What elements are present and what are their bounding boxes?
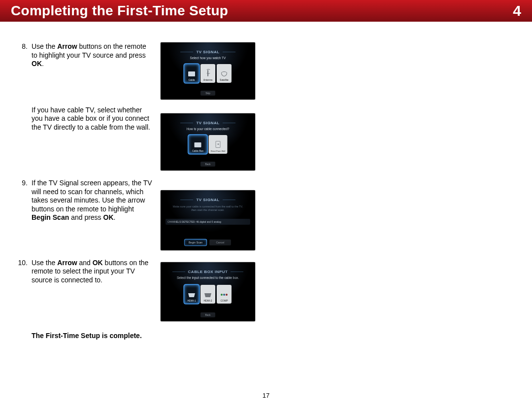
step-text: Use the Arrow buttons on the remote to h… <box>30 42 153 68</box>
step-number: 8. <box>18 42 30 68</box>
cable-connection-screenshot: TV SIGNAL How is your cable connected? C… <box>161 113 255 171</box>
skip-button: Skip <box>200 91 215 96</box>
chapter-number: 4 <box>513 2 521 19</box>
page-title: Completing the First-Time Setup <box>11 3 228 19</box>
screen-subtitle: Select the input connected to the cable … <box>161 276 255 279</box>
screen-title: TV SIGNAL <box>161 50 255 54</box>
channels-detected-bar: CHANNELS DETECTED: 46 digital and 0 anal… <box>166 219 250 225</box>
screenshot-column: TV SIGNAL Select how you watch TV Cable … <box>161 42 255 335</box>
screen-title: CABLE BOX INPUT <box>161 270 255 274</box>
option-comp: COMP <box>217 285 232 304</box>
step-text: If you have cable TV, select whether you… <box>30 106 153 132</box>
option-hdmi-2: HDMI-2 <box>200 285 215 304</box>
screen-subtitle: Make sure your cable is connected from t… <box>166 205 250 212</box>
cable-box-input-screenshot: CABLE BOX INPUT Select the input connect… <box>161 262 255 321</box>
cancel-button: Cancel <box>209 240 231 245</box>
step-number: 10. <box>18 259 30 285</box>
screen-subtitle: How is your cable connected? <box>161 127 255 131</box>
begin-scan-button: Begin Scan <box>185 240 206 245</box>
back-button: Back <box>200 312 215 317</box>
screen-title: TV SIGNAL <box>161 121 255 125</box>
option-satellite: Satellite <box>217 64 232 83</box>
option-cable: Cable <box>184 64 199 83</box>
step-number-blank <box>18 106 30 132</box>
screen-subtitle: Select how you watch TV <box>161 56 255 60</box>
option-antenna: Antenna <box>200 64 215 83</box>
step-number: 9. <box>18 179 30 222</box>
option-hdmi-1: HDMI-1 <box>184 285 199 304</box>
back-button: Back <box>200 162 215 167</box>
screen-title: TV SIGNAL <box>161 198 255 202</box>
chapter-header: Completing the First-Time Setup 4 <box>0 0 532 22</box>
option-cable-box: Cable Box <box>189 135 207 154</box>
channel-scan-screenshot: TV SIGNAL Make sure your cable is connec… <box>161 190 255 250</box>
step-text: Use the Arrow and OK buttons on the remo… <box>30 259 153 285</box>
step-text: If the TV Signal screen appears, the TV … <box>30 179 153 222</box>
tv-signal-source-screenshot: TV SIGNAL Select how you watch TV Cable … <box>161 42 255 100</box>
page: Completing the First-Time Setup 4 8. Use… <box>0 0 532 411</box>
page-number: 17 <box>0 392 532 399</box>
option-direct-wall: Direct From Wall <box>209 135 228 154</box>
